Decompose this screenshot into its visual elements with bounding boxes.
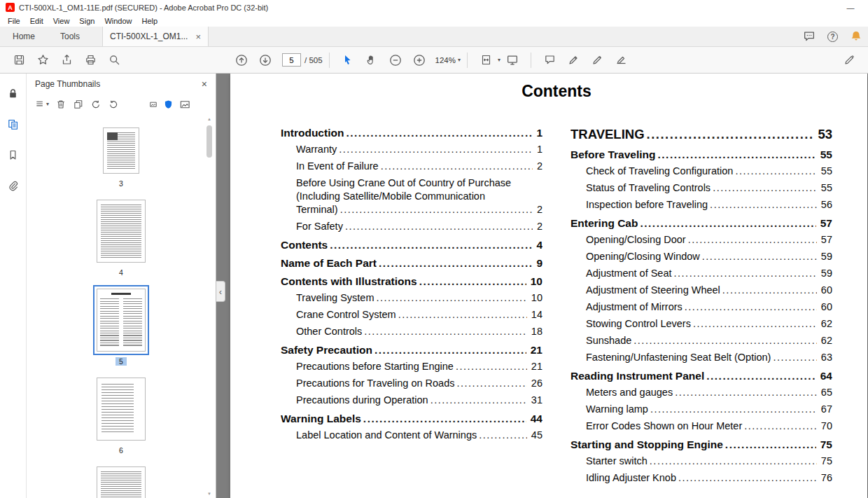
page-fit-icon[interactable] xyxy=(474,50,498,71)
security-lock-icon[interactable] xyxy=(4,85,22,102)
toc-entry[interactable]: Entering Cab57 xyxy=(570,216,832,230)
pen-tool-icon[interactable] xyxy=(837,50,861,71)
toc-entry[interactable]: Precautions during Operation31 xyxy=(281,394,542,407)
toc-entry[interactable]: Introduction1 xyxy=(281,126,542,139)
toc-entry[interactable]: Opening/Closing Door57 xyxy=(570,233,832,247)
zoom-caret-icon[interactable]: ▾ xyxy=(458,57,461,63)
search-icon[interactable] xyxy=(102,50,126,71)
toc-entry[interactable]: Idling Adjuster Knob76 xyxy=(570,471,832,485)
toc-entry[interactable]: Crane Control System14 xyxy=(281,308,542,321)
thumbnail-image xyxy=(97,289,146,352)
bookmarks-panel-icon[interactable] xyxy=(4,146,22,163)
page-thumbnail[interactable]: 4 xyxy=(93,196,149,277)
toc-entry[interactable]: Before Traveling55 xyxy=(570,148,832,161)
tab-tools[interactable]: Tools xyxy=(48,27,92,46)
page-thumbnail[interactable]: 5 xyxy=(93,285,149,366)
toc-entry[interactable]: Starting and Stopping Engine75 xyxy=(570,438,832,451)
fill-sign-icon[interactable] xyxy=(609,50,633,71)
page-thumbnail[interactable]: 3 xyxy=(99,124,143,188)
toc-entry[interactable]: Precautions before Starting Engine21 xyxy=(281,360,542,373)
panel-scrollbar[interactable]: ▲ ▼ xyxy=(205,117,214,496)
toc-entry[interactable]: Label Location and Content of Warnings45 xyxy=(281,429,542,442)
menu-sign[interactable]: Sign xyxy=(74,17,99,25)
sign-pen-icon[interactable] xyxy=(585,50,609,71)
page-thumbnails-panel-icon[interactable] xyxy=(4,116,22,132)
toc-entry-page: 44 xyxy=(526,412,542,425)
toc-entry[interactable]: Before Using Crane Out of Country of Pur… xyxy=(281,177,542,216)
reading-mode-icon[interactable] xyxy=(500,50,524,71)
toc-entry[interactable]: Reading Instrument Panel64 xyxy=(570,369,832,382)
toc-entry[interactable]: Opening/Closing Window59 xyxy=(570,250,832,263)
print-icon[interactable] xyxy=(78,50,102,71)
toc-entry[interactable]: Warning Labels44 xyxy=(281,412,542,425)
toc-entry[interactable]: Meters and gauges65 xyxy=(570,386,832,399)
toc-entry[interactable]: Error Codes Shown on Hour Meter70 xyxy=(570,420,832,433)
toc-entry[interactable]: Other Controls18 xyxy=(281,325,542,338)
toc-entry[interactable]: In Event of Failure2 xyxy=(281,160,542,173)
toc-entry-label: Reading Instrument Panel xyxy=(570,370,704,382)
extract-pages-icon[interactable] xyxy=(73,99,84,110)
page-thumbnail[interactable]: 7 xyxy=(93,463,149,498)
scroll-down-icon[interactable]: ▼ xyxy=(205,492,214,496)
rotate-counterclockwise-icon[interactable] xyxy=(90,99,102,110)
toc-entry[interactable]: Warranty1 xyxy=(281,143,542,156)
toc-entry[interactable]: Traveling System10 xyxy=(281,291,542,305)
tab-document[interactable]: CTI-500XL-1_OM1... × xyxy=(102,27,209,46)
toc-entry[interactable]: Adjustment of Mirrors60 xyxy=(570,300,832,314)
panel-close-icon[interactable]: × xyxy=(202,78,207,90)
main-area: Page Thumbnails × ▾ xyxy=(0,74,868,498)
share-icon[interactable] xyxy=(55,50,78,71)
toc-entry[interactable]: Precautions for Traveling on Roads26 xyxy=(281,377,542,390)
help-icon[interactable]: ? xyxy=(827,32,838,42)
toc-entry[interactable]: Adjustment of Steering Wheel60 xyxy=(570,284,832,297)
toc-entry[interactable]: Fastening/Unfastening Seat Belt (Option)… xyxy=(570,351,832,364)
zoom-in-icon[interactable] xyxy=(407,50,431,71)
minimize-button[interactable]: — xyxy=(839,4,862,12)
save-icon[interactable] xyxy=(7,50,31,71)
next-page-icon[interactable] xyxy=(253,50,277,71)
scrollbar-thumb[interactable] xyxy=(206,125,212,158)
attachments-paperclip-icon[interactable] xyxy=(4,177,22,194)
comment-icon[interactable] xyxy=(538,50,561,71)
toc-entry[interactable]: Safety Precaution21 xyxy=(281,343,542,357)
tab-close-icon[interactable]: × xyxy=(195,32,201,42)
toc-entry[interactable]: Inspection before Traveling56 xyxy=(570,198,832,212)
menu-help[interactable]: Help xyxy=(137,17,163,25)
page-number-input[interactable] xyxy=(282,53,301,67)
toc-entry[interactable]: Adjustment of Seat59 xyxy=(570,267,832,280)
toc-entry[interactable]: Contents with Illustrations10 xyxy=(281,275,542,288)
tab-home[interactable]: Home xyxy=(0,27,48,46)
toc-entry[interactable]: TRAVELING53 xyxy=(570,126,832,143)
menu-view[interactable]: View xyxy=(48,17,75,25)
enlarge-thumbnails-icon[interactable] xyxy=(179,99,190,110)
notification-bell-icon[interactable] xyxy=(850,30,862,43)
toc-entry[interactable]: Status of Traveling Controls55 xyxy=(570,181,832,195)
reduce-thumbnails-icon[interactable] xyxy=(149,100,158,109)
toc-entry[interactable]: Name of Each Part9 xyxy=(281,256,542,270)
menu-file[interactable]: File xyxy=(3,17,25,25)
panel-collapse-handle[interactable]: ‹ xyxy=(216,281,225,302)
zoom-level-value[interactable]: 124% xyxy=(435,56,456,64)
toc-entry[interactable]: Check of Traveling Configuration55 xyxy=(570,165,832,178)
delete-pages-icon[interactable] xyxy=(55,99,66,110)
toc-entry[interactable]: For Safety2 xyxy=(281,220,542,233)
menu-edit[interactable]: Edit xyxy=(25,17,48,25)
toc-entry[interactable]: Stowing Control Levers62 xyxy=(570,317,832,331)
rotate-clockwise-icon[interactable] xyxy=(108,99,119,110)
favorite-star-icon[interactable] xyxy=(31,50,55,71)
menu-window[interactable]: Window xyxy=(99,17,136,25)
hand-tool-icon[interactable] xyxy=(360,50,384,71)
toc-entry[interactable]: Contents4 xyxy=(281,238,542,251)
highlight-icon[interactable] xyxy=(561,50,585,71)
toc-entry[interactable]: Starter switch75 xyxy=(570,455,832,468)
scroll-up-icon[interactable]: ▲ xyxy=(205,117,214,121)
previous-page-icon[interactable] xyxy=(230,50,253,71)
toc-entry[interactable]: Sunshade62 xyxy=(570,334,832,347)
zoom-out-icon[interactable] xyxy=(384,50,407,71)
thumbnail-options-menu-icon[interactable]: ▾ xyxy=(35,99,49,110)
comments-icon[interactable] xyxy=(803,30,816,43)
page-thumbnail[interactable]: 6 xyxy=(93,374,149,455)
security-shield-icon[interactable] xyxy=(163,99,174,110)
toc-entry[interactable]: Warning lamp67 xyxy=(570,403,832,416)
select-tool-icon[interactable] xyxy=(336,50,360,71)
